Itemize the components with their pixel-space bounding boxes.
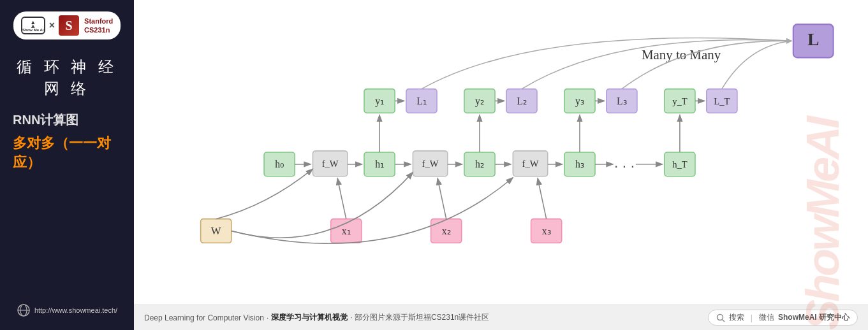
label-hT: h_T bbox=[672, 159, 688, 169]
website-link[interactable]: http://www.showmeai.tech/ bbox=[17, 303, 117, 322]
course-name: CS231n bbox=[84, 26, 113, 34]
label-y1: y₁ bbox=[375, 96, 384, 107]
bottom-text: Deep Learning for Computer Vision · 深度学习… bbox=[144, 312, 489, 323]
showmeai-logo: ▲ Show Me AI bbox=[21, 17, 45, 34]
arrow-x3-fw3 bbox=[538, 178, 547, 219]
bottom-dot1: · bbox=[267, 313, 268, 322]
label-x1: x₁ bbox=[342, 226, 351, 236]
svg-line-7 bbox=[722, 319, 725, 322]
label-x3: x₃ bbox=[542, 226, 551, 236]
label-y3: y₃ bbox=[575, 96, 584, 107]
search-label: 搜索 bbox=[729, 312, 744, 323]
stanford-s-logo: S bbox=[59, 15, 79, 36]
diagram-area: W h₀ f_W h₁ f_W h₂ f_W h₃ . . . bbox=[134, 0, 868, 305]
label-h2: h₂ bbox=[475, 159, 484, 169]
title-chinese: 循 环 神 经 网 络 bbox=[8, 56, 126, 99]
label-h1: h₁ bbox=[375, 159, 384, 169]
arrow-W-fw2 bbox=[232, 172, 413, 238]
separator: | bbox=[751, 313, 753, 322]
bottom-bar: Deep Learning for Computer Vision · 深度学习… bbox=[134, 305, 868, 330]
stanford-name: Stanford bbox=[84, 17, 113, 25]
label-y2: y₂ bbox=[475, 96, 484, 107]
sidebar: ▲ Show Me AI × S Stanford CS231n 循 环 神 经… bbox=[0, 0, 134, 330]
logo-area: ▲ Show Me AI × S Stanford CS231n bbox=[13, 11, 121, 39]
website-url: http://www.showmeai.tech/ bbox=[34, 306, 117, 314]
showmeai-logo-box: ▲ Show Me AI bbox=[21, 17, 45, 34]
subtitle-rnn: RNN计算图 bbox=[8, 111, 126, 129]
label-L3: L₃ bbox=[617, 96, 627, 106]
label-L1: L₁ bbox=[416, 96, 427, 106]
label-fw3: f_W bbox=[522, 159, 539, 169]
label-h3: h₃ bbox=[575, 159, 584, 169]
main-content: ShowMeAI bbox=[134, 0, 868, 330]
arrow-W-fw1 bbox=[216, 169, 313, 219]
bottom-cn: 深度学习与计算机视觉 bbox=[271, 312, 348, 323]
svg-point-6 bbox=[717, 314, 723, 320]
arrow-LT-total bbox=[722, 41, 791, 89]
arrow-W-fw3 bbox=[232, 178, 513, 243]
label-W: W bbox=[211, 225, 221, 237]
times-sign: × bbox=[49, 20, 55, 31]
arrow-x1-fw1 bbox=[337, 178, 346, 219]
label-LT: L_T bbox=[714, 96, 730, 106]
globe-icon bbox=[17, 303, 31, 317]
arrow-x2-fw2 bbox=[438, 178, 446, 219]
rnn-diagram-svg: W h₀ f_W h₁ f_W h₂ f_W h₃ . . . bbox=[134, 0, 868, 305]
label-fw1: f_W bbox=[322, 159, 339, 169]
label-L2: L₂ bbox=[517, 96, 527, 106]
arrow-L1-total bbox=[422, 38, 791, 89]
label-yT: y_T bbox=[672, 96, 688, 106]
bottom-en: Deep Learning for Computer Vision bbox=[144, 313, 264, 322]
showmeai-logo-text: Show Me AI bbox=[22, 28, 43, 32]
dots: . . . bbox=[614, 154, 635, 171]
bottom-suffix: · 部分图片来源于斯坦福CS231n课件社区 bbox=[350, 312, 489, 323]
label-h0: h₀ bbox=[275, 159, 284, 169]
stanford-text: Stanford CS231n bbox=[84, 17, 113, 33]
label-x2: x₂ bbox=[442, 226, 451, 236]
wechat-label: 微信 bbox=[759, 312, 774, 323]
label-fw2: f_W bbox=[422, 159, 439, 169]
search-icon bbox=[716, 313, 725, 322]
subtitle-type: 多对多（一一对应） bbox=[8, 134, 126, 172]
watermark: ShowMeAI bbox=[797, 0, 849, 330]
